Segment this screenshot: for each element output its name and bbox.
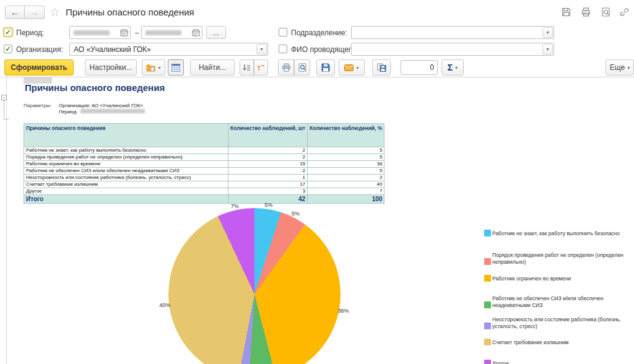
chevron-down-icon[interactable]: ▾ — [256, 44, 267, 54]
total-label: Итого — [24, 195, 228, 204]
cell-value[interactable]: 2 — [228, 154, 308, 161]
legend-item[interactable]: Порядок проведения работ не определен (о… — [484, 252, 630, 265]
expand-groups-button[interactable] — [240, 59, 254, 76]
cell-value[interactable]: 17 — [228, 181, 308, 188]
organization-combo[interactable]: АО «Учалинский ГОК» ▾ — [69, 43, 268, 56]
cell-value[interactable]: 5 — [308, 168, 384, 175]
calendar-icon[interactable] — [120, 28, 128, 37]
table-total-row[interactable]: Итого42100 — [24, 195, 384, 204]
pie-chart[interactable] — [168, 208, 341, 364]
period-from-input[interactable] — [69, 26, 131, 39]
printer-icon — [282, 63, 291, 72]
copy-result-button[interactable] — [372, 59, 391, 76]
cell-value[interactable]: 3 — [228, 188, 308, 195]
cell-cause[interactable]: Считает требование излишним — [24, 181, 228, 188]
legend-item[interactable]: Другое — [484, 360, 630, 364]
table-row[interactable]: Работник не обеспечен СИЗ и/или обеспече… — [24, 168, 384, 175]
organization-label: Организация: — [16, 45, 63, 54]
cell-value[interactable]: 15 — [228, 161, 308, 168]
cell-value[interactable]: 40 — [308, 181, 384, 188]
forward-button[interactable]: → — [25, 6, 45, 19]
report-parameter-period-value-redacted — [80, 109, 145, 113]
legend-label: Работник ограничен во времени — [492, 275, 571, 282]
favorite-star-icon[interactable]: ☆ — [50, 5, 60, 19]
folder-icon — [146, 64, 155, 72]
chevron-down-icon[interactable]: ▾ — [542, 44, 553, 54]
cell-cause[interactable]: Работник не знает, как работу выполнить … — [24, 147, 228, 154]
table-row[interactable]: Работник ограничен во времени1536 — [24, 161, 384, 168]
cell-cause[interactable]: Работник ограничен во времени — [24, 161, 228, 168]
cell-cause[interactable]: Работник не обеспечен СИЗ и/или обеспече… — [24, 168, 228, 175]
toolbar-separator — [0, 77, 634, 77]
collapse-groups-button[interactable] — [254, 59, 268, 76]
generate-button[interactable]: Сформировать — [4, 59, 74, 76]
send-mail-button[interactable]: ▾ — [339, 59, 365, 76]
chevron-down-icon[interactable]: ▾ — [542, 27, 553, 38]
cell-value[interactable]: 2 — [228, 168, 308, 175]
conductor-combo[interactable]: ▾ — [351, 43, 554, 56]
table-row[interactable]: Работник не знает, как работу выполнить … — [24, 147, 384, 154]
column-header-count[interactable]: Количество наблюдений, шт — [228, 124, 308, 147]
print-icon[interactable] — [581, 7, 591, 17]
more-button[interactable]: Еще ▾ — [606, 59, 634, 76]
column-header-cause[interactable]: Причины опасного поведения — [24, 124, 228, 147]
legend-item[interactable]: Работник не знает, как работу выполнить … — [484, 230, 630, 236]
legend-label: Неосторожность или состояние работника (… — [492, 316, 630, 329]
print-preview-button[interactable] — [294, 59, 310, 76]
period-more-button[interactable]: ... — [206, 26, 226, 39]
legend-item[interactable]: Неосторожность или состояние работника (… — [484, 316, 630, 329]
department-combo[interactable]: ▾ — [351, 26, 554, 39]
table-row[interactable]: Считает требование излишним1740 — [24, 181, 384, 188]
cell-cause[interactable]: Другое — [24, 188, 228, 195]
show-table-button[interactable] — [168, 59, 184, 76]
conductor-label: ФИО проводящего: — [291, 45, 357, 54]
conductor-checkbox[interactable] — [279, 45, 287, 53]
cell-value[interactable]: 5 — [308, 154, 384, 161]
column-header-percent[interactable]: Количество наблюдений, % — [308, 124, 384, 147]
legend-item[interactable]: Работник ограничен во времени — [484, 275, 630, 282]
cell-value[interactable]: 2 — [228, 147, 308, 154]
cell-value[interactable]: 36 — [308, 161, 384, 168]
sigma-icon: Σ — [448, 63, 453, 72]
cell-value[interactable]: 7 — [308, 188, 384, 195]
table-row[interactable]: Другое37 — [24, 188, 384, 195]
group-bracket-line — [4, 100, 4, 119]
report-parameter-organization: Организация: АО «Учалинский ГОК» — [59, 103, 143, 108]
back-button[interactable]: ← — [5, 6, 25, 19]
table-row[interactable]: Порядок проведения работ не определен (о… — [24, 154, 384, 161]
legend-item[interactable]: Считает требование излишним — [484, 339, 630, 345]
find-label: Найти... — [199, 63, 226, 72]
autosum-button[interactable]: Σ ▾ — [441, 59, 464, 76]
nav-buttons: ← → — [5, 6, 45, 19]
report-table-body: Работник не знает, как работу выполнить … — [24, 147, 384, 204]
cell-value[interactable]: 2 — [308, 175, 384, 181]
table-row[interactable]: Неосторожность или состояние работника (… — [24, 175, 384, 181]
group-collapse-toggle[interactable]: − — [1, 95, 7, 100]
preview-icon[interactable] — [601, 7, 611, 17]
save-result-button[interactable] — [316, 59, 335, 76]
organization-checkbox[interactable]: ✓ — [4, 45, 12, 53]
department-checkbox[interactable] — [279, 28, 287, 37]
find-button[interactable]: Найти... — [190, 59, 235, 76]
legend-item[interactable]: Работник не обеспечен СИЗ и/или обеспече… — [484, 295, 630, 308]
cell-cause[interactable]: Неосторожность или состояние работника (… — [24, 175, 228, 181]
generate-label: Сформировать — [11, 63, 67, 72]
report-variants-button[interactable]: ▾ — [142, 59, 165, 76]
legend-swatch-icon — [484, 360, 491, 364]
chevron-down-icon: ▾ — [158, 65, 160, 71]
period-checkbox[interactable]: ✓ — [4, 28, 12, 37]
save-icon[interactable] — [561, 7, 571, 17]
floppy-icon — [321, 63, 330, 72]
cell-value[interactable]: 1 — [228, 175, 308, 181]
settings-button[interactable]: Настройки... — [85, 59, 137, 76]
sum-counter-input[interactable] — [401, 60, 438, 75]
print-button[interactable] — [278, 59, 294, 76]
calendar-icon[interactable] — [192, 28, 200, 37]
cell-value[interactable]: 5 — [308, 147, 384, 154]
legend-swatch-icon — [484, 301, 491, 308]
cell-cause[interactable]: Порядок проведения работ не определен (о… — [24, 154, 228, 161]
page-title: Причины опасного поведения — [66, 7, 194, 17]
report-parameters-label: Параметры: — [24, 103, 51, 108]
link-icon[interactable] — [619, 7, 630, 17]
period-to-input[interactable] — [141, 26, 202, 39]
